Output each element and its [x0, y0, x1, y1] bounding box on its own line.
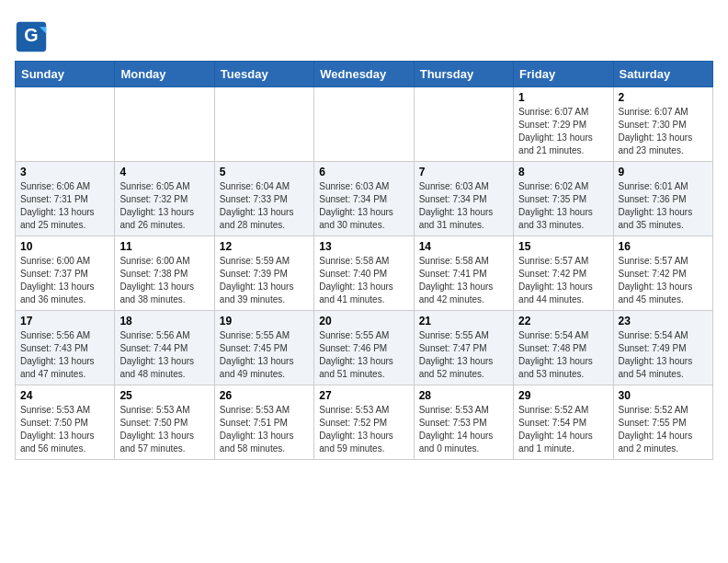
calendar-cell: 27Sunrise: 5:53 AM Sunset: 7:52 PM Dayli…: [314, 385, 414, 460]
day-number: 2: [619, 91, 708, 104]
day-number: 5: [220, 166, 309, 178]
day-number: 11: [119, 240, 209, 253]
day-info: Sunrise: 5:52 AM Sunset: 7:55 PM Dayligh…: [619, 405, 693, 454]
day-info: Sunrise: 6:06 AM Sunset: 7:31 PM Dayligh…: [20, 181, 95, 230]
day-number: 3: [20, 166, 109, 178]
calendar-cell: 18Sunrise: 5:56 AM Sunset: 7:44 PM Dayli…: [115, 311, 214, 385]
day-info: Sunrise: 5:59 AM Sunset: 7:39 PM Dayligh…: [220, 256, 294, 304]
day-info: Sunrise: 5:57 AM Sunset: 7:42 PM Dayligh…: [619, 256, 693, 304]
day-number: 15: [518, 240, 608, 253]
day-number: 30: [619, 389, 708, 402]
calendar-cell: 14Sunrise: 5:58 AM Sunset: 7:41 PM Dayli…: [414, 236, 513, 311]
weekday-header-row: SundayMondayTuesdayWednesdayThursdayFrid…: [16, 62, 713, 87]
calendar-cell: 3Sunrise: 6:06 AM Sunset: 7:31 PM Daylig…: [16, 162, 115, 236]
day-info: Sunrise: 6:00 AM Sunset: 7:38 PM Dayligh…: [119, 256, 194, 304]
calendar-cell: 4Sunrise: 6:05 AM Sunset: 7:32 PM Daylig…: [115, 162, 214, 236]
day-number: 16: [619, 240, 708, 253]
day-info: Sunrise: 5:56 AM Sunset: 7:44 PM Dayligh…: [119, 330, 194, 379]
day-info: Sunrise: 6:03 AM Sunset: 7:34 PM Dayligh…: [419, 181, 494, 230]
svg-text:G: G: [24, 25, 38, 45]
day-number: 7: [419, 166, 508, 178]
day-info: Sunrise: 6:02 AM Sunset: 7:35 PM Dayligh…: [518, 181, 593, 230]
day-info: Sunrise: 5:53 AM Sunset: 7:51 PM Dayligh…: [220, 405, 294, 454]
weekday-header-tuesday: Tuesday: [214, 62, 313, 87]
calendar-cell: 29Sunrise: 5:52 AM Sunset: 7:54 PM Dayli…: [514, 385, 613, 460]
day-info: Sunrise: 5:53 AM Sunset: 7:53 PM Dayligh…: [419, 405, 494, 454]
calendar-cell: 30Sunrise: 5:52 AM Sunset: 7:55 PM Dayli…: [613, 385, 712, 460]
day-info: Sunrise: 6:00 AM Sunset: 7:37 PM Dayligh…: [20, 256, 95, 304]
calendar-cell: 2Sunrise: 6:07 AM Sunset: 7:30 PM Daylig…: [613, 87, 712, 162]
calendar-table: SundayMondayTuesdayWednesdayThursdayFrid…: [15, 61, 713, 460]
calendar-cell: 16Sunrise: 5:57 AM Sunset: 7:42 PM Dayli…: [613, 236, 712, 311]
calendar-cell: [414, 87, 513, 162]
calendar-cell: [214, 87, 313, 162]
weekday-header-wednesday: Wednesday: [314, 62, 414, 87]
day-number: 27: [319, 389, 408, 402]
day-number: 24: [20, 389, 109, 402]
day-number: 25: [119, 389, 209, 402]
day-info: Sunrise: 6:07 AM Sunset: 7:30 PM Dayligh…: [619, 107, 693, 155]
calendar-cell: 23Sunrise: 5:54 AM Sunset: 7:49 PM Dayli…: [613, 311, 712, 385]
week-row-3: 10Sunrise: 6:00 AM Sunset: 7:37 PM Dayli…: [16, 236, 713, 311]
weekday-header-thursday: Thursday: [414, 62, 513, 87]
logo-icon: G: [15, 20, 48, 53]
day-number: 10: [20, 240, 109, 253]
day-number: 18: [119, 315, 209, 327]
header: G: [15, 15, 713, 53]
calendar-cell: 1Sunrise: 6:07 AM Sunset: 7:29 PM Daylig…: [514, 87, 613, 162]
day-info: Sunrise: 5:55 AM Sunset: 7:47 PM Dayligh…: [419, 330, 494, 379]
day-info: Sunrise: 5:54 AM Sunset: 7:48 PM Dayligh…: [518, 330, 593, 379]
calendar-cell: 22Sunrise: 5:54 AM Sunset: 7:48 PM Dayli…: [514, 311, 613, 385]
calendar-cell: 8Sunrise: 6:02 AM Sunset: 7:35 PM Daylig…: [514, 162, 613, 236]
day-number: 26: [220, 389, 309, 402]
calendar-cell: 21Sunrise: 5:55 AM Sunset: 7:47 PM Dayli…: [414, 311, 513, 385]
calendar-cell: 5Sunrise: 6:04 AM Sunset: 7:33 PM Daylig…: [214, 162, 313, 236]
weekday-header-sunday: Sunday: [16, 62, 115, 87]
day-number: 1: [518, 91, 608, 104]
day-info: Sunrise: 5:53 AM Sunset: 7:50 PM Dayligh…: [20, 405, 95, 454]
day-number: 6: [319, 166, 408, 178]
week-row-5: 24Sunrise: 5:53 AM Sunset: 7:50 PM Dayli…: [16, 385, 713, 460]
day-number: 29: [518, 389, 608, 402]
calendar-cell: [314, 87, 414, 162]
day-number: 4: [119, 166, 209, 178]
day-info: Sunrise: 5:55 AM Sunset: 7:45 PM Dayligh…: [220, 330, 294, 379]
day-info: Sunrise: 5:55 AM Sunset: 7:46 PM Dayligh…: [319, 330, 393, 379]
day-number: 28: [419, 389, 508, 402]
calendar-cell: 11Sunrise: 6:00 AM Sunset: 7:38 PM Dayli…: [115, 236, 214, 311]
calendar-cell: 9Sunrise: 6:01 AM Sunset: 7:36 PM Daylig…: [613, 162, 712, 236]
day-info: Sunrise: 5:56 AM Sunset: 7:43 PM Dayligh…: [20, 330, 95, 379]
day-number: 20: [319, 315, 408, 327]
day-info: Sunrise: 5:53 AM Sunset: 7:52 PM Dayligh…: [319, 405, 393, 454]
weekday-header-saturday: Saturday: [613, 62, 712, 87]
calendar-cell: 24Sunrise: 5:53 AM Sunset: 7:50 PM Dayli…: [16, 385, 115, 460]
weekday-header-friday: Friday: [514, 62, 613, 87]
day-number: 14: [419, 240, 508, 253]
day-info: Sunrise: 5:57 AM Sunset: 7:42 PM Dayligh…: [518, 256, 593, 304]
day-number: 13: [319, 240, 408, 253]
weekday-header-monday: Monday: [115, 62, 214, 87]
day-number: 17: [20, 315, 109, 327]
calendar-cell: 12Sunrise: 5:59 AM Sunset: 7:39 PM Dayli…: [214, 236, 313, 311]
day-info: Sunrise: 5:58 AM Sunset: 7:41 PM Dayligh…: [419, 256, 494, 304]
day-number: 21: [419, 315, 508, 327]
day-number: 12: [220, 240, 309, 253]
week-row-2: 3Sunrise: 6:06 AM Sunset: 7:31 PM Daylig…: [16, 162, 713, 236]
day-info: Sunrise: 6:01 AM Sunset: 7:36 PM Dayligh…: [619, 181, 693, 230]
calendar-cell: 19Sunrise: 5:55 AM Sunset: 7:45 PM Dayli…: [214, 311, 313, 385]
day-info: Sunrise: 6:03 AM Sunset: 7:34 PM Dayligh…: [319, 181, 393, 230]
calendar-cell: 7Sunrise: 6:03 AM Sunset: 7:34 PM Daylig…: [414, 162, 513, 236]
week-row-4: 17Sunrise: 5:56 AM Sunset: 7:43 PM Dayli…: [16, 311, 713, 385]
day-info: Sunrise: 6:04 AM Sunset: 7:33 PM Dayligh…: [220, 181, 294, 230]
calendar-cell: 26Sunrise: 5:53 AM Sunset: 7:51 PM Dayli…: [214, 385, 313, 460]
calendar-cell: 13Sunrise: 5:58 AM Sunset: 7:40 PM Dayli…: [314, 236, 414, 311]
calendar-cell: [115, 87, 214, 162]
logo: G: [15, 20, 51, 53]
calendar-cell: 6Sunrise: 6:03 AM Sunset: 7:34 PM Daylig…: [314, 162, 414, 236]
calendar-cell: [16, 87, 115, 162]
day-number: 8: [518, 166, 608, 178]
calendar-cell: 28Sunrise: 5:53 AM Sunset: 7:53 PM Dayli…: [414, 385, 513, 460]
day-info: Sunrise: 5:53 AM Sunset: 7:50 PM Dayligh…: [119, 405, 194, 454]
day-number: 22: [518, 315, 608, 327]
day-info: Sunrise: 6:05 AM Sunset: 7:32 PM Dayligh…: [119, 181, 194, 230]
